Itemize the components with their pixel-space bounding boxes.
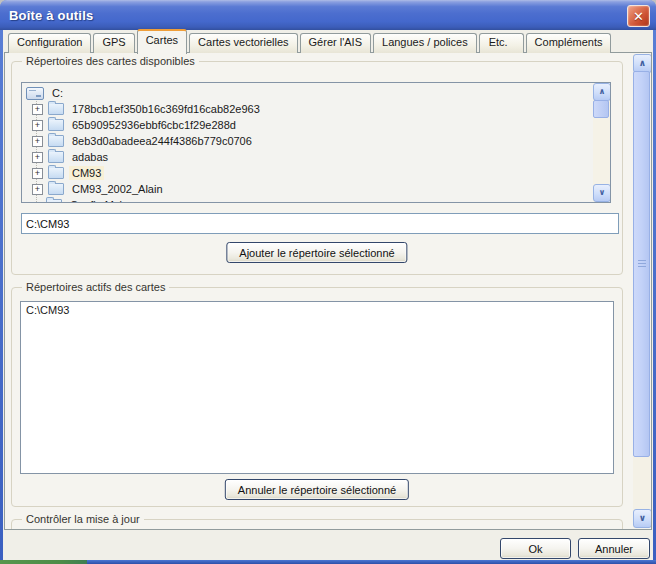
expand-plus-icon[interactable]: +	[32, 120, 43, 131]
tab-cartes[interactable]: Cartes	[137, 29, 187, 54]
tree-row[interactable]: + 178bcb1ef350b16c369fd16cab82e963	[22, 101, 592, 117]
folder-icon	[46, 199, 62, 203]
available-directories-label: Répertoires des cartes disponibles	[22, 55, 199, 67]
chevron-up-icon: ∧	[639, 59, 646, 68]
tree-row[interactable]: + adabas	[22, 149, 592, 165]
close-icon: ✕	[633, 10, 644, 23]
expand-plus-icon[interactable]: +	[32, 104, 43, 115]
panel-scrollbar[interactable]: ∧ ∨	[633, 54, 650, 528]
tree-item-label: CM93	[69, 166, 104, 180]
expander-spacer	[32, 201, 41, 204]
folder-icon	[48, 183, 64, 195]
tab-cartes-vectorielles[interactable]: Cartes vectorielles	[189, 33, 297, 53]
scroll-grip-icon	[638, 260, 646, 268]
tree-item-label: 8eb3d0abadeea244f4386b779c0706	[69, 134, 255, 148]
chevron-down-icon: ∨	[639, 514, 646, 523]
cancel-button[interactable]: Annuler	[578, 538, 650, 559]
chevron-down-icon: ∨	[599, 189, 606, 197]
directory-tree[interactable]: C: + 178bcb1ef350b16c369fd16cab82e963 + …	[21, 82, 611, 203]
folder-icon	[48, 151, 64, 163]
tab-strip: Configuration GPS Cartes Cartes vectorie…	[3, 30, 656, 53]
active-directories-label: Répertoires actifs des cartes	[22, 281, 169, 293]
tree-item-label: 65b90952936ebbf6cbc1f29e288d	[69, 118, 239, 132]
tree-scroll-down-button[interactable]: ∨	[593, 184, 611, 202]
active-directories-group: Répertoires actifs des cartes C:\CM93 An…	[11, 287, 623, 507]
expand-plus-icon[interactable]: +	[32, 168, 43, 179]
tree-scroll-up-button[interactable]: ∧	[593, 83, 611, 101]
tree-row[interactable]: + 65b90952936ebbf6cbc1f29e288d	[22, 117, 592, 133]
background-strip	[0, 560, 87, 564]
tree-row[interactable]: + CM93_2002_Alain	[22, 181, 592, 197]
tree-item-label: CM93_2002_Alain	[69, 182, 166, 196]
tree-item-label: adabas	[69, 150, 111, 164]
window-bottom-border	[0, 560, 656, 564]
add-directory-button[interactable]: Ajouter le répertoire sélectionné	[226, 242, 407, 263]
available-directories-group: Répertoires des cartes disponibles C: + …	[11, 61, 623, 275]
selected-path-input[interactable]	[21, 213, 619, 234]
tab-gps[interactable]: GPS	[93, 33, 134, 53]
list-item[interactable]: C:\CM93	[21, 302, 613, 318]
folder-icon	[48, 167, 64, 179]
ok-button[interactable]: Ok	[500, 538, 571, 559]
folder-icon	[48, 135, 64, 147]
title-bar[interactable]: Boîte à outils ✕	[0, 0, 656, 30]
folder-icon	[48, 119, 64, 131]
expand-plus-icon[interactable]: +	[32, 184, 43, 195]
panel-scroll-thumb[interactable]	[633, 71, 650, 457]
tab-configuration[interactable]: Configuration	[8, 33, 91, 53]
expand-plus-icon[interactable]: +	[32, 136, 43, 147]
tab-etc[interactable]: Etc.	[479, 33, 524, 53]
tree-scroll-thumb[interactable]	[593, 100, 609, 118]
chevron-up-icon: ∧	[599, 88, 606, 96]
folder-icon	[48, 103, 64, 115]
expand-plus-icon[interactable]: +	[32, 152, 43, 163]
dialog-body: Configuration GPS Cartes Cartes vectorie…	[3, 30, 653, 560]
tree-row-selected[interactable]: + CM93	[22, 165, 592, 181]
tree-row-drive[interactable]: C:	[22, 85, 592, 101]
tree-item-label: Config Msi	[67, 198, 125, 203]
tree-item-label: C:	[49, 86, 66, 100]
tab-gerer-ais[interactable]: Gérer l'AIS	[300, 33, 371, 53]
panel-scroll-down-button[interactable]: ∨	[633, 509, 652, 528]
tab-langues-polices[interactable]: Langues / polices	[373, 33, 477, 53]
close-button[interactable]: ✕	[627, 5, 650, 27]
remove-directory-button[interactable]: Annuler le répertoire sélectionné	[225, 479, 409, 500]
tab-complements[interactable]: Compléments	[526, 33, 612, 53]
tree-rows: C: + 178bcb1ef350b16c369fd16cab82e963 + …	[22, 85, 592, 203]
tree-row[interactable]: + 8eb3d0abadeea244f4386b779c0706	[22, 133, 592, 149]
cartes-tab-panel: Répertoires des cartes disponibles C: + …	[4, 52, 652, 530]
update-check-group: Contrôler la mise à jour	[11, 519, 623, 530]
active-directories-list[interactable]: C:\CM93	[20, 301, 614, 474]
tree-row[interactable]: Config Msi	[22, 197, 592, 203]
window-title: Boîte à outils	[0, 8, 93, 23]
toolbox-dialog: Boîte à outils ✕ Configuration GPS Carte…	[0, 0, 656, 564]
footer-bar: Ok Annuler	[3, 530, 653, 560]
update-check-label: Contrôler la mise à jour	[22, 513, 144, 525]
drive-icon	[26, 87, 44, 100]
tree-scrollbar[interactable]: ∧ ∨	[593, 83, 610, 202]
tree-item-label: 178bcb1ef350b16c369fd16cab82e963	[69, 102, 263, 116]
